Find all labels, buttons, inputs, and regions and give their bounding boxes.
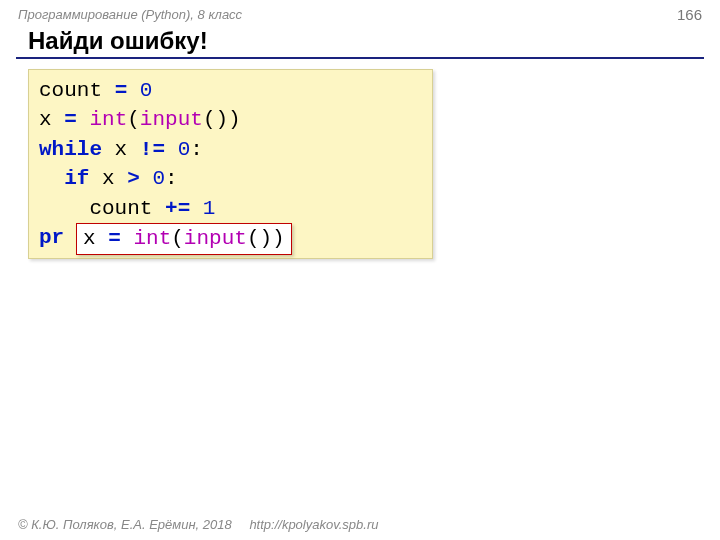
code-op: = — [108, 227, 121, 250]
slide-title: Найди ошибку! — [0, 23, 720, 57]
code-text: ()) — [247, 227, 285, 250]
code-op: > — [127, 167, 140, 190]
code-num: 1 — [190, 197, 215, 220]
code-op: = — [115, 79, 128, 102]
code-fn: int — [77, 108, 127, 131]
code-text: ( — [171, 227, 184, 250]
title-rule — [16, 57, 704, 59]
copyright: © К.Ю. Поляков, Е.А. Ерёмин, 2018 — [18, 517, 232, 532]
code-text: ()) — [203, 108, 241, 131]
code-num: 0 — [140, 167, 165, 190]
code-text: x — [102, 138, 140, 161]
code-kw: pr — [39, 226, 64, 249]
code-num: 0 — [127, 79, 152, 102]
page-number: 166 — [677, 6, 702, 23]
code-op: != — [140, 138, 165, 161]
footer-url: http://kpolyakov.spb.ru — [249, 517, 378, 532]
slide-footer: © К.Ю. Поляков, Е.А. Ерёмин, 2018 http:/… — [18, 517, 378, 532]
code-op: += — [165, 197, 190, 220]
code-kw: while — [39, 138, 102, 161]
code-text: x — [89, 167, 127, 190]
course-label: Программирование (Python), 8 класс — [18, 7, 242, 22]
code-text: count — [39, 197, 165, 220]
code-text: ( — [127, 108, 140, 131]
code-kw: if — [39, 167, 89, 190]
code-text: count — [39, 79, 115, 102]
code-text: x — [83, 227, 108, 250]
code-text: : — [165, 167, 178, 190]
code-container: count = 0 x = int(input()) while x != 0:… — [28, 69, 433, 259]
code-fn: input — [140, 108, 203, 131]
code-num: 0 — [165, 138, 190, 161]
correction-overlay: x = int(input()) — [76, 223, 292, 255]
slide-header: Программирование (Python), 8 класс 166 — [0, 0, 720, 23]
code-text: : — [190, 138, 203, 161]
code-op: = — [64, 108, 77, 131]
code-fn: int — [121, 227, 171, 250]
code-fn: input — [184, 227, 247, 250]
code-text: x — [39, 108, 64, 131]
